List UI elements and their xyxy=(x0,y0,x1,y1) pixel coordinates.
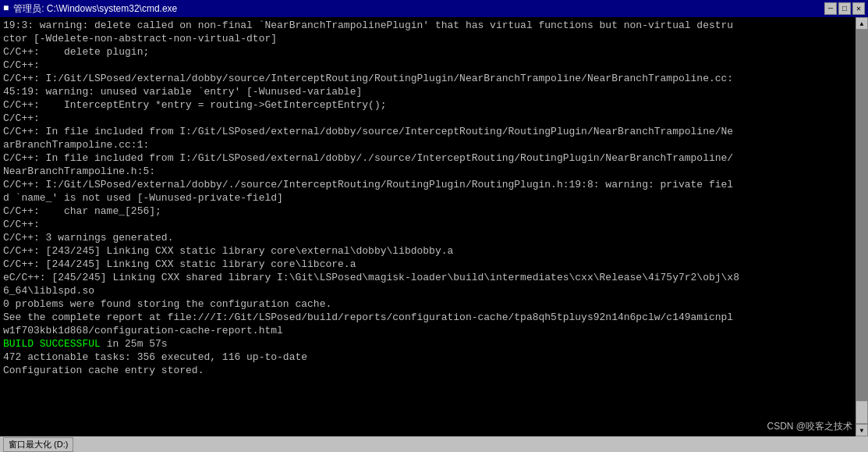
console-line: arBranchTrampoline.cc:1: xyxy=(3,138,865,151)
console-line: eC/C++: [245/245] Linking CXX shared lib… xyxy=(3,271,865,284)
console-line: NearBranchTrampoline.h:5: xyxy=(3,165,865,178)
scrollbar-track xyxy=(856,30,868,424)
console-line: C/C++: In file included from I:/Git/LSPo… xyxy=(3,151,865,165)
console-line: 0 problems were found storing the config… xyxy=(3,297,865,311)
console-line: C/C++: [243/245] Linking CXX static libr… xyxy=(3,244,865,258)
scrollbar-thumb[interactable] xyxy=(856,400,868,424)
console-line: C/C++: delete plugin; xyxy=(3,45,865,59)
console-line: 19:3: warning: delete called on non-fina… xyxy=(3,19,865,32)
console-line: ctor [-Wdelete-non-abstract-non-virtual-… xyxy=(3,32,865,45)
console-line: d `name_' is not used [-Wunused-private-… xyxy=(3,191,865,205)
console-line: C/C++: I:/Git/LSPosed/external/dobby/sou… xyxy=(3,72,865,85)
console-line: See the complete report at file:///I:/Gi… xyxy=(3,311,865,324)
close-button[interactable]: ✕ xyxy=(852,2,865,15)
console-line: Configuration cache entry stored. xyxy=(3,364,865,377)
console-line: C/C++: xyxy=(3,59,865,72)
maximize-button[interactable]: □ xyxy=(838,2,851,15)
title-bar-controls: ─ □ ✕ xyxy=(824,2,865,15)
console-line: 45:19: warning: unused variable `entry' … xyxy=(3,85,865,98)
cmd-icon: ■ xyxy=(3,3,9,14)
title-bar-left: ■ 管理员: C:\Windows\system32\cmd.exe xyxy=(3,2,177,16)
watermark: CSDN @咬客之技术 xyxy=(767,420,852,433)
title-bar-title: 管理员: C:\Windows\system32\cmd.exe xyxy=(13,2,177,16)
console-line: C/C++: In file included from I:/Git/LSPo… xyxy=(3,125,865,138)
console-line: C/C++: char name_[256]; xyxy=(3,205,865,218)
console-line: C/C++: xyxy=(3,112,865,125)
console-line: 472 actionable tasks: 356 executed, 116 … xyxy=(3,351,865,364)
scroll-up-button[interactable]: ▲ xyxy=(856,17,868,30)
console-line: C/C++: xyxy=(3,218,865,231)
console-line: C/C++: InterceptEntry *entry = routing->… xyxy=(3,98,865,112)
scrollbar[interactable]: ▲ ▼ xyxy=(856,17,868,436)
console-line: BUILD SUCCESSFUL in 25m 57s xyxy=(3,337,865,351)
console-line: C/C++: 3 warnings generated. xyxy=(3,231,865,244)
title-bar: ■ 管理员: C:\Windows\system32\cmd.exe ─ □ ✕ xyxy=(0,0,868,17)
console-line: C/C++: [244/245] Linking CXX static libr… xyxy=(3,258,865,271)
console-line: 6_64\liblspd.so xyxy=(3,284,865,297)
console-line: C/C++: I:/Git/LSPosed/external/dobby/./s… xyxy=(3,178,865,191)
taskbar-item[interactable]: 窗口最大化 (D:) xyxy=(3,437,73,452)
taskbar: 窗口最大化 (D:) xyxy=(0,436,868,452)
console-line: w1f703kbk1d868/configuration-cache-repor… xyxy=(3,324,865,337)
scroll-down-button[interactable]: ▼ xyxy=(856,424,868,436)
console-body: 19:3: warning: delete called on non-fina… xyxy=(0,17,868,436)
minimize-button[interactable]: ─ xyxy=(824,2,837,15)
